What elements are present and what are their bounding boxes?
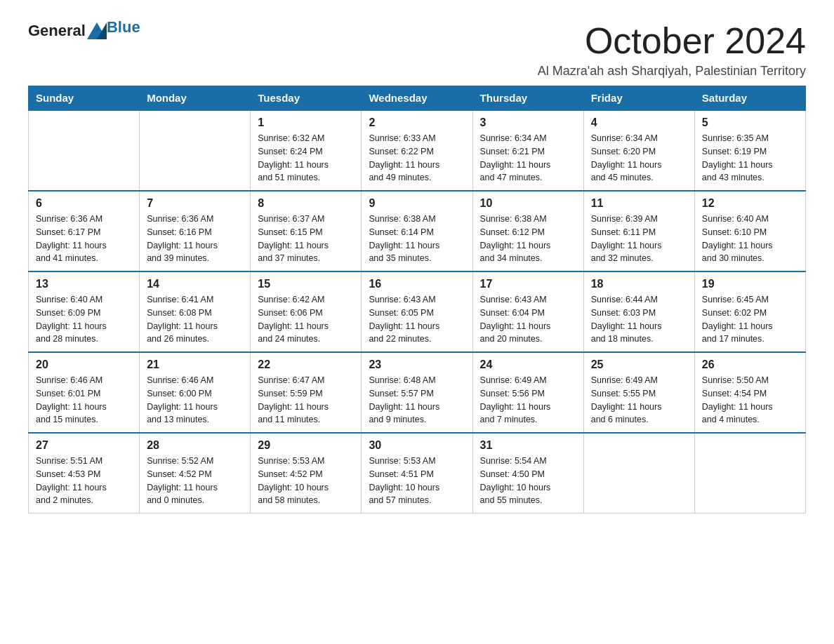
- calendar-header: SundayMondayTuesdayWednesdayThursdayFrid…: [29, 86, 806, 111]
- day-number: 8: [258, 197, 354, 210]
- logo-general: General: [28, 22, 86, 40]
- calendar-cell: 19Sunrise: 6:45 AM Sunset: 6:02 PM Dayli…: [694, 271, 805, 352]
- day-number: 5: [702, 116, 798, 129]
- calendar-cell: 15Sunrise: 6:42 AM Sunset: 6:06 PM Dayli…: [251, 271, 362, 352]
- day-number: 7: [147, 197, 243, 210]
- day-info: Sunrise: 6:43 AM Sunset: 6:04 PM Dayligh…: [480, 293, 576, 346]
- day-number: 29: [258, 439, 354, 452]
- calendar-cell: 29Sunrise: 5:53 AM Sunset: 4:52 PM Dayli…: [251, 433, 362, 514]
- day-info: Sunrise: 6:36 AM Sunset: 6:16 PM Dayligh…: [147, 213, 243, 265]
- calendar-cell: 8Sunrise: 6:37 AM Sunset: 6:15 PM Daylig…: [251, 191, 362, 271]
- day-number: 10: [480, 197, 576, 210]
- calendar-table: SundayMondayTuesdayWednesdayThursdayFrid…: [28, 86, 806, 514]
- month-title: October 2024: [538, 21, 806, 61]
- day-info: Sunrise: 6:47 AM Sunset: 5:59 PM Dayligh…: [258, 374, 354, 427]
- logo-blue: Blue: [107, 18, 140, 36]
- day-info: Sunrise: 6:45 AM Sunset: 6:02 PM Dayligh…: [702, 293, 798, 346]
- day-info: Sunrise: 6:41 AM Sunset: 6:08 PM Dayligh…: [147, 293, 243, 346]
- calendar-cell: 18Sunrise: 6:44 AM Sunset: 6:03 PM Dayli…: [583, 271, 694, 352]
- logo-icon: [87, 20, 107, 39]
- day-number: 31: [480, 439, 576, 452]
- day-info: Sunrise: 6:49 AM Sunset: 5:55 PM Dayligh…: [591, 374, 687, 427]
- day-info: Sunrise: 6:38 AM Sunset: 6:14 PM Dayligh…: [369, 213, 465, 265]
- calendar-week-3: 20Sunrise: 6:46 AM Sunset: 6:01 PM Dayli…: [29, 352, 806, 433]
- day-info: Sunrise: 6:39 AM Sunset: 6:11 PM Dayligh…: [591, 213, 687, 265]
- logo: General Blue: [28, 21, 140, 41]
- day-number: 25: [591, 358, 687, 371]
- header-cell-wednesday: Wednesday: [362, 86, 472, 111]
- day-info: Sunrise: 6:33 AM Sunset: 6:22 PM Dayligh…: [369, 132, 465, 185]
- day-info: Sunrise: 6:35 AM Sunset: 6:19 PM Dayligh…: [702, 132, 798, 185]
- day-number: 28: [147, 439, 243, 452]
- header: General Blue October 2024 Al Mazra'ah as…: [28, 21, 806, 79]
- day-info: Sunrise: 5:50 AM Sunset: 4:54 PM Dayligh…: [702, 374, 798, 427]
- day-number: 3: [480, 116, 576, 129]
- calendar-cell: 11Sunrise: 6:39 AM Sunset: 6:11 PM Dayli…: [583, 191, 694, 271]
- day-info: Sunrise: 6:40 AM Sunset: 6:09 PM Dayligh…: [36, 293, 132, 346]
- day-info: Sunrise: 6:46 AM Sunset: 6:00 PM Dayligh…: [147, 374, 243, 427]
- day-number: 20: [36, 358, 132, 371]
- day-info: Sunrise: 6:42 AM Sunset: 6:06 PM Dayligh…: [258, 293, 354, 346]
- day-info: Sunrise: 6:36 AM Sunset: 6:17 PM Dayligh…: [36, 213, 132, 265]
- day-number: 2: [369, 116, 465, 129]
- day-number: 18: [591, 278, 687, 290]
- day-number: 11: [591, 197, 687, 210]
- calendar-cell: 22Sunrise: 6:47 AM Sunset: 5:59 PM Dayli…: [251, 352, 362, 433]
- day-info: Sunrise: 5:53 AM Sunset: 4:51 PM Dayligh…: [369, 455, 465, 507]
- day-info: Sunrise: 5:53 AM Sunset: 4:52 PM Dayligh…: [258, 455, 354, 507]
- day-info: Sunrise: 6:40 AM Sunset: 6:10 PM Dayligh…: [702, 213, 798, 265]
- day-number: 1: [258, 116, 354, 129]
- day-number: 6: [36, 197, 132, 210]
- calendar-cell: 4Sunrise: 6:34 AM Sunset: 6:20 PM Daylig…: [583, 110, 694, 191]
- day-number: 15: [258, 278, 354, 290]
- calendar-cell: [29, 110, 140, 191]
- day-info: Sunrise: 6:32 AM Sunset: 6:24 PM Dayligh…: [258, 132, 354, 185]
- day-info: Sunrise: 5:52 AM Sunset: 4:52 PM Dayligh…: [147, 455, 243, 507]
- calendar-cell: 7Sunrise: 6:36 AM Sunset: 6:16 PM Daylig…: [140, 191, 251, 271]
- calendar-cell: 9Sunrise: 6:38 AM Sunset: 6:14 PM Daylig…: [362, 191, 472, 271]
- day-number: 9: [369, 197, 465, 210]
- day-number: 16: [369, 278, 465, 290]
- calendar-cell: 24Sunrise: 6:49 AM Sunset: 5:56 PM Dayli…: [472, 352, 583, 433]
- day-number: 26: [702, 358, 798, 371]
- day-info: Sunrise: 6:34 AM Sunset: 6:20 PM Dayligh…: [591, 132, 687, 185]
- day-info: Sunrise: 6:37 AM Sunset: 6:15 PM Dayligh…: [258, 213, 354, 265]
- day-number: 21: [147, 358, 243, 371]
- calendar-cell: 5Sunrise: 6:35 AM Sunset: 6:19 PM Daylig…: [694, 110, 805, 191]
- day-number: 17: [480, 278, 576, 290]
- calendar-cell: 3Sunrise: 6:34 AM Sunset: 6:21 PM Daylig…: [472, 110, 583, 191]
- calendar-cell: 30Sunrise: 5:53 AM Sunset: 4:51 PM Dayli…: [362, 433, 472, 514]
- header-cell-sunday: Sunday: [29, 86, 140, 111]
- day-number: 19: [702, 278, 798, 290]
- header-row: SundayMondayTuesdayWednesdayThursdayFrid…: [29, 86, 806, 111]
- calendar-cell: 23Sunrise: 6:48 AM Sunset: 5:57 PM Dayli…: [362, 352, 472, 433]
- calendar-cell: 12Sunrise: 6:40 AM Sunset: 6:10 PM Dayli…: [694, 191, 805, 271]
- day-number: 30: [369, 439, 465, 452]
- calendar-cell: 28Sunrise: 5:52 AM Sunset: 4:52 PM Dayli…: [140, 433, 251, 514]
- calendar-cell: [583, 433, 694, 514]
- calendar-cell: [694, 433, 805, 514]
- calendar-cell: 10Sunrise: 6:38 AM Sunset: 6:12 PM Dayli…: [472, 191, 583, 271]
- calendar-cell: 31Sunrise: 5:54 AM Sunset: 4:50 PM Dayli…: [472, 433, 583, 514]
- calendar-cell: [140, 110, 251, 191]
- calendar-cell: 26Sunrise: 5:50 AM Sunset: 4:54 PM Dayli…: [694, 352, 805, 433]
- header-cell-thursday: Thursday: [472, 86, 583, 111]
- day-info: Sunrise: 6:48 AM Sunset: 5:57 PM Dayligh…: [369, 374, 465, 427]
- calendar-week-2: 13Sunrise: 6:40 AM Sunset: 6:09 PM Dayli…: [29, 271, 806, 352]
- day-number: 4: [591, 116, 687, 129]
- calendar-cell: 13Sunrise: 6:40 AM Sunset: 6:09 PM Dayli…: [29, 271, 140, 352]
- title-area: October 2024 Al Mazra'ah ash Sharqiyah, …: [538, 21, 806, 79]
- header-cell-tuesday: Tuesday: [251, 86, 362, 111]
- header-cell-friday: Friday: [583, 86, 694, 111]
- day-info: Sunrise: 6:49 AM Sunset: 5:56 PM Dayligh…: [480, 374, 576, 427]
- calendar-cell: 25Sunrise: 6:49 AM Sunset: 5:55 PM Dayli…: [583, 352, 694, 433]
- day-number: 13: [36, 278, 132, 290]
- day-info: Sunrise: 6:38 AM Sunset: 6:12 PM Dayligh…: [480, 213, 576, 265]
- day-info: Sunrise: 6:43 AM Sunset: 6:05 PM Dayligh…: [369, 293, 465, 346]
- calendar-week-1: 6Sunrise: 6:36 AM Sunset: 6:17 PM Daylig…: [29, 191, 806, 271]
- day-number: 12: [702, 197, 798, 210]
- calendar-cell: 14Sunrise: 6:41 AM Sunset: 6:08 PM Dayli…: [140, 271, 251, 352]
- header-cell-monday: Monday: [140, 86, 251, 111]
- calendar-cell: 20Sunrise: 6:46 AM Sunset: 6:01 PM Dayli…: [29, 352, 140, 433]
- day-number: 14: [147, 278, 243, 290]
